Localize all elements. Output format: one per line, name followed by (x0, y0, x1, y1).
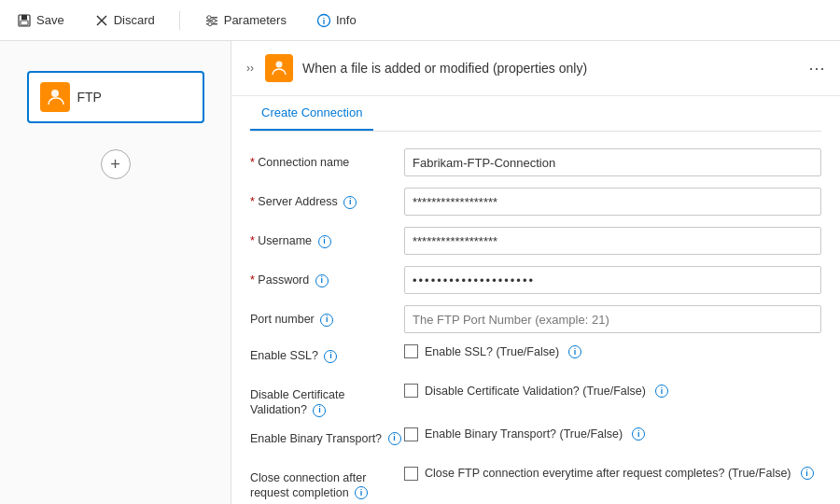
trigger-icon (270, 59, 288, 77)
chevron-icon: ›› (246, 62, 254, 75)
close-conn-control: Close FTP connection everytime after req… (404, 467, 821, 481)
disable-cert-control: Disable Certificate Validation? (True/Fa… (404, 384, 821, 398)
discard-label: Discard (114, 13, 155, 27)
content-area: ›› When a file is added or modified (pro… (231, 41, 840, 504)
tab-bar: Create Connection (250, 96, 821, 132)
password-control (404, 266, 821, 294)
ftp-icon-box (40, 82, 70, 112)
parameters-icon (204, 13, 219, 28)
main-layout: FTP + ›› When a file is added or modifie… (0, 41, 840, 504)
connection-name-input[interactable] (404, 148, 821, 176)
close-conn-cb-info-icon[interactable]: i (801, 467, 814, 480)
username-info-icon[interactable]: i (318, 235, 331, 248)
disable-cert-checkbox[interactable] (404, 384, 418, 398)
svg-point-13 (51, 90, 59, 97)
enable-ssl-checkbox[interactable] (404, 344, 418, 358)
enable-binary-label: Enable Binary Transport? i (250, 427, 404, 446)
disable-cert-row: Disable Certificate Validation? i Disabl… (250, 384, 821, 418)
connection-panel: Create Connection * Connection name * Se… (231, 96, 840, 504)
close-conn-info-icon[interactable]: i (355, 486, 368, 499)
server-address-input[interactable] (404, 188, 821, 216)
enable-binary-info-icon[interactable]: i (388, 432, 401, 445)
tab-create-connection[interactable]: Create Connection (250, 96, 373, 131)
server-address-control (404, 188, 821, 216)
close-conn-checkbox-label: Close FTP connection everytime after req… (425, 467, 791, 480)
svg-point-14 (276, 62, 283, 68)
info-label: Info (336, 13, 357, 27)
server-address-info-icon[interactable]: i (343, 196, 357, 209)
port-number-input[interactable] (404, 305, 821, 333)
connection-name-row: * Connection name (250, 148, 821, 178)
close-conn-label: Close connection after request completio… (250, 467, 404, 501)
svg-rect-1 (21, 15, 27, 20)
password-row: * Password i (250, 266, 821, 296)
sidebar: FTP + (0, 41, 231, 504)
port-number-label: Port number i (250, 305, 404, 327)
more-options-icon[interactable]: ⋯ (808, 58, 825, 78)
info-button[interactable]: i Info (311, 9, 362, 32)
password-label: * Password i (250, 266, 404, 287)
enable-binary-row: Enable Binary Transport? i Enable Binary… (250, 427, 821, 457)
enable-binary-cb-info-icon[interactable]: i (632, 427, 645, 441)
svg-text:i: i (323, 17, 326, 26)
close-conn-checkbox[interactable] (404, 467, 418, 481)
enable-ssl-control: Enable SSL? (True/False) i (404, 344, 821, 358)
ftp-icon (45, 87, 65, 107)
parameters-label: Parameters (224, 13, 287, 27)
add-step-icon: + (110, 155, 120, 175)
server-address-row: * Server Address i (250, 188, 821, 217)
username-label: * Username i (250, 227, 404, 248)
enable-ssl-cb-info-icon[interactable]: i (568, 345, 581, 358)
trigger-title: When a file is added or modified (proper… (302, 61, 799, 76)
save-label: Save (36, 13, 64, 27)
port-number-control (404, 305, 821, 333)
username-row: * Username i (250, 227, 821, 257)
connection-name-label: * Connection name (250, 148, 404, 170)
enable-binary-checkbox-label: Enable Binary Transport? (True/False) (425, 427, 623, 441)
ftp-label: FTP (77, 90, 102, 105)
enable-ssl-checkbox-label: Enable SSL? (True/False) (425, 345, 559, 358)
discard-button[interactable]: Discard (89, 9, 161, 32)
port-number-info-icon[interactable]: i (320, 314, 333, 327)
disable-cert-checkbox-label: Disable Certificate Validation? (True/Fa… (425, 385, 646, 398)
server-address-label: * Server Address i (250, 188, 404, 209)
port-number-row: Port number i (250, 305, 821, 335)
trigger-header: ›› When a file is added or modified (pro… (231, 41, 840, 96)
save-icon (17, 13, 32, 28)
disable-cert-label: Disable Certificate Validation? i (250, 384, 404, 418)
svg-point-10 (208, 21, 212, 25)
save-button[interactable]: Save (11, 9, 70, 32)
disable-cert-info-icon[interactable]: i (313, 404, 326, 417)
toolbar: Save Discard Parameters i Info (0, 0, 840, 41)
disable-cert-cb-info-icon[interactable]: i (655, 385, 668, 398)
parameters-button[interactable]: Parameters (199, 9, 292, 32)
trigger-icon-box (265, 54, 293, 82)
enable-binary-control: Enable Binary Transport? (True/False) i (404, 427, 821, 441)
info-icon: i (316, 13, 331, 28)
svg-point-9 (212, 19, 216, 22)
svg-rect-2 (21, 21, 28, 25)
enable-binary-checkbox[interactable] (404, 427, 418, 441)
close-conn-row: Close connection after request completio… (250, 467, 821, 501)
password-info-icon[interactable]: i (315, 274, 329, 287)
ftp-card[interactable]: FTP (27, 71, 204, 123)
password-input[interactable] (404, 266, 821, 294)
svg-point-8 (207, 15, 211, 19)
username-input[interactable] (404, 227, 821, 255)
enable-ssl-label: Enable SSL? i (250, 344, 404, 363)
username-control (404, 227, 821, 255)
enable-ssl-row: Enable SSL? i Enable SSL? (True/False) i (250, 344, 821, 374)
enable-ssl-info-icon[interactable]: i (324, 350, 337, 363)
connection-name-control (404, 148, 821, 176)
discard-icon (94, 13, 109, 28)
add-step-button[interactable]: + (101, 149, 131, 179)
toolbar-divider (179, 11, 180, 30)
